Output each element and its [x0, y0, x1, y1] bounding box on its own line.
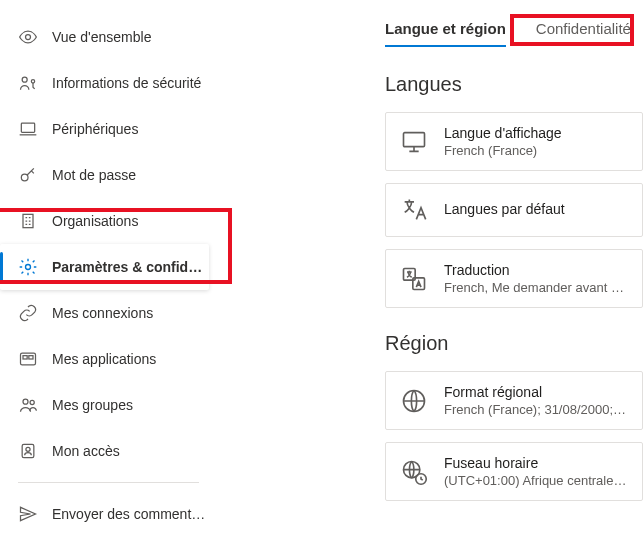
svg-rect-5 — [23, 214, 33, 227]
card-timezone[interactable]: Fuseau horaire (UTC+01:00) Afrique centr… — [385, 442, 643, 501]
sidebar-item-organizations[interactable]: Organisations — [0, 198, 215, 244]
sidebar-item-label: Organisations — [52, 213, 138, 229]
tabs: Langue et région Confidentialité — [385, 16, 643, 47]
sidebar-item-connections[interactable]: Mes connexions — [0, 290, 215, 336]
gear-icon — [18, 257, 38, 277]
people-icon — [18, 395, 38, 415]
globe-icon — [400, 387, 428, 415]
svg-point-11 — [30, 400, 34, 404]
sidebar-divider — [18, 482, 199, 483]
send-icon — [18, 504, 38, 524]
sidebar-item-access[interactable]: Mon accès — [0, 428, 215, 474]
card-title: Fuseau horaire — [444, 455, 628, 471]
building-icon — [18, 211, 38, 231]
translate-icon — [400, 196, 428, 224]
section-title-region: Région — [385, 332, 643, 355]
sidebar-item-label: Envoyer des comment… — [52, 506, 205, 522]
card-text: Format régional French (France); 31/08/2… — [444, 384, 628, 417]
laptop-icon — [18, 119, 38, 139]
tab-privacy[interactable]: Confidentialité — [536, 16, 631, 47]
sidebar-item-apps[interactable]: Mes applications — [0, 336, 215, 382]
card-text: Traduction French, Me demander avant de … — [444, 262, 628, 295]
apps-icon — [18, 349, 38, 369]
sidebar-item-label: Paramètres & confide… — [52, 259, 209, 275]
sidebar-item-label: Mes groupes — [52, 397, 133, 413]
svg-rect-8 — [23, 356, 27, 359]
sidebar-item-security-info[interactable]: Informations de sécurité — [0, 60, 215, 106]
sidebar: Vue d'ensemble Informations de sécurité … — [0, 0, 215, 541]
svg-rect-3 — [21, 123, 34, 132]
sidebar-item-label: Mes applications — [52, 351, 156, 367]
svg-rect-14 — [404, 132, 425, 146]
card-subtitle: French, Me demander avant de tra — [444, 280, 628, 295]
card-title: Langue d'affichage — [444, 125, 628, 141]
sidebar-item-label: Mot de passe — [52, 167, 136, 183]
svg-rect-9 — [29, 356, 33, 359]
tab-language-region[interactable]: Langue et région — [385, 16, 506, 47]
key-person-icon — [18, 73, 38, 93]
card-title: Traduction — [444, 262, 628, 278]
card-title: Langues par défaut — [444, 201, 628, 217]
sidebar-item-groups[interactable]: Mes groupes — [0, 382, 215, 428]
sidebar-item-password[interactable]: Mot de passe — [0, 152, 215, 198]
card-regional-format[interactable]: Format régional French (France); 31/08/2… — [385, 371, 643, 430]
card-subtitle: French (France); 31/08/2000; 01:0 — [444, 402, 628, 417]
svg-point-2 — [31, 80, 34, 83]
sidebar-item-label: Informations de sécurité — [52, 75, 201, 91]
card-translation[interactable]: Traduction French, Me demander avant de … — [385, 249, 643, 308]
svg-point-4 — [21, 174, 28, 181]
main-content: Langue et région Confidentialité Langues… — [215, 0, 643, 541]
svg-point-10 — [23, 399, 28, 404]
svg-point-6 — [26, 265, 31, 270]
translation-icon — [400, 265, 428, 293]
sidebar-item-label: Mes connexions — [52, 305, 153, 321]
card-text: Fuseau horaire (UTC+01:00) Afrique centr… — [444, 455, 628, 488]
sidebar-item-label: Périphériques — [52, 121, 138, 137]
svg-point-13 — [26, 447, 30, 451]
globe-clock-icon — [400, 458, 428, 486]
card-title: Format régional — [444, 384, 628, 400]
sidebar-item-settings-privacy[interactable]: Paramètres & confide… — [0, 244, 209, 290]
svg-point-0 — [26, 35, 31, 40]
card-display-language[interactable]: Langue d'affichage French (France) — [385, 112, 643, 171]
sidebar-item-label: Mon accès — [52, 443, 120, 459]
link-icon — [18, 303, 38, 323]
monitor-icon — [400, 128, 428, 156]
card-subtitle: French (France) — [444, 143, 628, 158]
card-text: Langues par défaut — [444, 201, 628, 219]
sidebar-item-overview[interactable]: Vue d'ensemble — [0, 14, 215, 60]
eye-icon — [18, 27, 38, 47]
sidebar-item-label: Vue d'ensemble — [52, 29, 151, 45]
badge-icon — [18, 441, 38, 461]
card-text: Langue d'affichage French (France) — [444, 125, 628, 158]
card-subtitle: (UTC+01:00) Afrique centrale - Oue — [444, 473, 628, 488]
card-default-languages[interactable]: Langues par défaut — [385, 183, 643, 237]
key-icon — [18, 165, 38, 185]
section-title-languages: Langues — [385, 73, 643, 96]
svg-point-1 — [22, 77, 27, 82]
sidebar-item-devices[interactable]: Périphériques — [0, 106, 215, 152]
sidebar-item-feedback[interactable]: Envoyer des comment… — [0, 491, 215, 537]
